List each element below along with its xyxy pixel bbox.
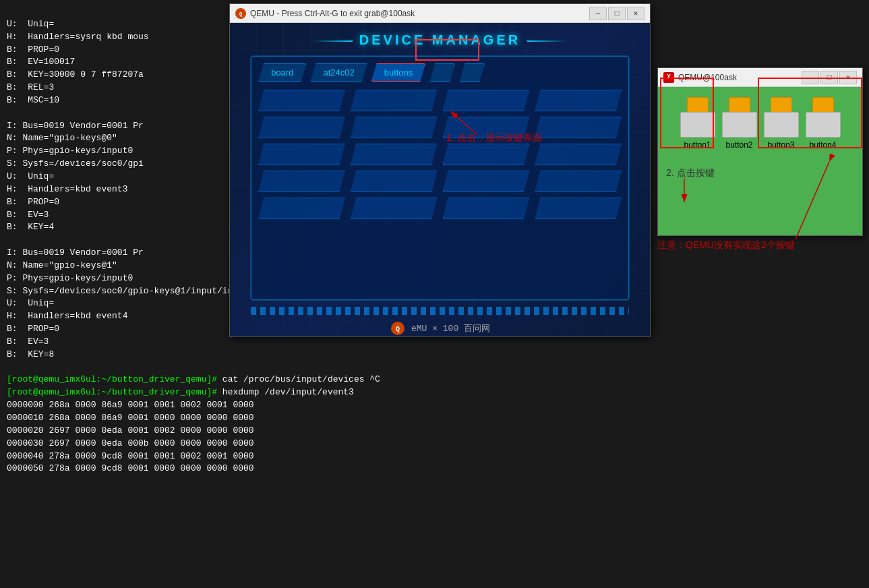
device-manager-title: DEVICE MANAGER bbox=[359, 32, 520, 48]
hw-btn-4-top bbox=[812, 97, 834, 113]
tab-at24c02[interactable]: at24c02 bbox=[310, 63, 367, 82]
dm-cell-5-4 bbox=[535, 198, 622, 219]
dm-cell-3-2 bbox=[351, 144, 438, 165]
hw-btn-3-top bbox=[771, 97, 792, 113]
dm-cell-4-2 bbox=[351, 171, 438, 192]
svg-point-2 bbox=[391, 322, 404, 335]
hw-button-3-label: button3 bbox=[767, 140, 794, 150]
dm-cell-5-3 bbox=[443, 198, 530, 219]
qemu-hardware-buttons-area: button1 button2 button3 button4 bbox=[658, 87, 862, 156]
svg-text:Q: Q bbox=[239, 11, 242, 17]
restore-button[interactable]: □ bbox=[608, 7, 626, 20]
hw-btn-4-base bbox=[806, 112, 841, 138]
qemu-device-manager-window: Q QEMU - Press Ctrl-Alt-G to exit grab@1… bbox=[229, 3, 651, 337]
dm-cell-2-1 bbox=[258, 117, 345, 138]
tab-empty-1[interactable] bbox=[429, 63, 455, 82]
dm-cell-2-2 bbox=[351, 117, 438, 138]
device-manager-main: board at24c02 buttons bbox=[251, 56, 629, 300]
svg-line-5 bbox=[450, 111, 477, 135]
dm-logo-text: eMU × 100 百问网 bbox=[411, 322, 490, 334]
dm-cell-3-1 bbox=[258, 144, 345, 165]
dm-cell-3-4 bbox=[535, 144, 622, 165]
qemu-secondary-logo-icon: X bbox=[663, 72, 674, 83]
tab-board[interactable]: board bbox=[258, 63, 306, 82]
annotation-note: 注意：QEMU没有实现这2个按键 bbox=[657, 239, 795, 252]
qemu-secondary-title-bar: X QEMU@100ask — □ ✕ bbox=[658, 68, 862, 87]
dm-grid-row-5 bbox=[258, 198, 622, 219]
close-button[interactable]: ✕ bbox=[627, 7, 645, 20]
hw-button-4-label: button4 bbox=[809, 140, 836, 150]
dm-cell-1-2 bbox=[351, 90, 438, 111]
hw-button-4[interactable]: button4 bbox=[806, 97, 841, 150]
hw-button-1[interactable]: button1 bbox=[680, 97, 715, 150]
dm-grid-row-4 bbox=[258, 171, 622, 192]
dm-cell-5-2 bbox=[351, 198, 438, 219]
qemu-secondary-title-text: QEMU@100ask bbox=[678, 73, 737, 82]
dm-cell-4-1 bbox=[258, 171, 345, 192]
qemu-window-controls: — □ ✕ bbox=[589, 7, 645, 20]
annotation-step1: 1. 点击，显示按键界面 bbox=[446, 132, 542, 144]
svg-line-9 bbox=[796, 162, 829, 239]
qemu-window-title: QEMU - Press Ctrl-Alt-G to exit grab@100… bbox=[250, 9, 415, 18]
device-manager-tabs: board at24c02 buttons bbox=[258, 63, 622, 82]
dm-cell-3-3 bbox=[443, 144, 530, 165]
hw-button-1-label: button1 bbox=[684, 140, 711, 150]
annotation-step2: 2. 点击按键 bbox=[666, 167, 715, 179]
dm-bottom-strip bbox=[251, 307, 629, 315]
hw-btn-2-base bbox=[722, 112, 757, 138]
hw-btn-1-base bbox=[680, 112, 715, 138]
secondary-close-button[interactable]: ✕ bbox=[839, 71, 857, 84]
dm-grid-row-1 bbox=[258, 90, 622, 111]
hw-btn-3-base bbox=[764, 112, 799, 138]
dm-cell-2-4 bbox=[535, 117, 622, 138]
minimize-button[interactable]: — bbox=[589, 7, 607, 20]
svg-text:Q: Q bbox=[396, 326, 400, 333]
qemu-title-bar-left: Q QEMU - Press Ctrl-Alt-G to exit grab@1… bbox=[235, 8, 415, 19]
hw-button-3-icon bbox=[764, 97, 799, 138]
hw-button-2[interactable]: button2 bbox=[722, 97, 757, 150]
dm-cell-1-1 bbox=[258, 90, 345, 111]
annotation-arrow-2 bbox=[664, 175, 718, 209]
dm-cell-5-1 bbox=[258, 198, 345, 219]
dm-grid-row-2 bbox=[258, 117, 622, 138]
hw-button-2-label: button2 bbox=[725, 140, 752, 150]
annotation-arrow-note bbox=[742, 155, 863, 243]
hw-btn-1-top bbox=[687, 97, 709, 113]
secondary-restore-button[interactable]: □ bbox=[820, 71, 838, 84]
dm-cell-4-3 bbox=[443, 171, 530, 192]
secondary-minimize-button[interactable]: — bbox=[802, 71, 819, 84]
device-manager-content: DEVICE MANAGER board at24c02 buttons bbox=[230, 23, 650, 336]
dm-logo: Q eMU × 100 百问网 bbox=[390, 320, 490, 336]
dm-grid-row-3 bbox=[258, 144, 622, 165]
hw-button-2-icon bbox=[722, 97, 757, 138]
hw-button-3[interactable]: button3 bbox=[764, 97, 799, 150]
qemu-secondary-controls: — □ ✕ bbox=[802, 71, 857, 84]
tab-buttons[interactable]: buttons bbox=[371, 63, 426, 82]
qemu-secondary-title-left: X QEMU@100ask bbox=[663, 72, 737, 83]
dm-cell-4-4 bbox=[535, 171, 622, 192]
qemu-logo-icon: Q bbox=[235, 8, 246, 19]
qemu-title-bar: Q QEMU - Press Ctrl-Alt-G to exit grab@1… bbox=[230, 4, 650, 23]
hw-btn-2-top bbox=[729, 97, 750, 113]
tab-empty-2[interactable] bbox=[459, 63, 485, 82]
hw-button-1-icon bbox=[680, 97, 715, 138]
hw-button-4-icon bbox=[806, 97, 841, 138]
dm-cell-1-4 bbox=[535, 90, 622, 111]
